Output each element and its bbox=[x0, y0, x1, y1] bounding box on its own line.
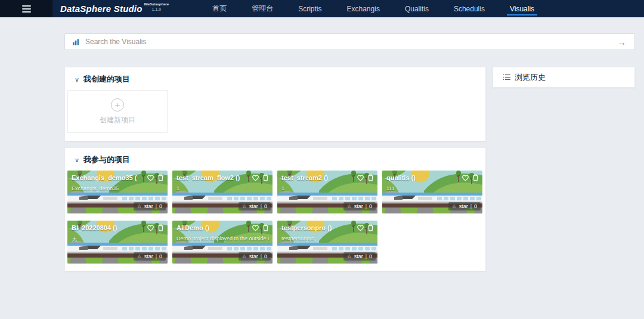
star-count: 0 bbox=[369, 253, 372, 259]
favorite-heart-icon[interactable] bbox=[462, 174, 469, 181]
search-input[interactable] bbox=[79, 38, 617, 46]
project-subtitle: Demo project displayed to the outside us… bbox=[177, 236, 270, 241]
nav-item-label: Exchangis bbox=[347, 5, 380, 13]
project-card[interactable]: test_stream2 () 1 ☆ star | 0 bbox=[277, 171, 377, 213]
nav-item-label: Scriptis bbox=[298, 5, 321, 13]
project-card[interactable]: BI_20220804 () 无 ☆ star | 0 bbox=[67, 221, 168, 264]
app-logo[interactable]: DataSphere Studio WeDatasphere 1.1.0 bbox=[60, 0, 169, 17]
hamburger-menu-icon[interactable] bbox=[0, 0, 52, 17]
created-projects-title: 我创建的项目 bbox=[83, 74, 130, 85]
history-title: 浏览历史 bbox=[515, 72, 546, 83]
favorite-heart-icon[interactable] bbox=[252, 224, 259, 231]
project-card[interactable]: qualitis () 111 ☆ star | 0 bbox=[382, 171, 482, 213]
delete-trash-icon[interactable] bbox=[262, 224, 269, 231]
delete-trash-icon[interactable] bbox=[367, 224, 374, 231]
nav-item-qualitis[interactable]: Qualitis bbox=[392, 0, 441, 17]
nav-item-exchangis[interactable]: Exchangis bbox=[335, 0, 392, 17]
star-separator: | bbox=[366, 253, 367, 259]
nav-item-label: 管理台 bbox=[252, 4, 273, 14]
delete-trash-icon[interactable] bbox=[157, 174, 164, 181]
list-icon bbox=[503, 74, 510, 80]
project-title: test_stream_flow2 () bbox=[177, 174, 240, 181]
joined-projects-panel: ∨ 我参与的项目 bbox=[64, 147, 486, 271]
delete-trash-icon[interactable] bbox=[157, 224, 164, 231]
star-separator: | bbox=[261, 203, 262, 209]
star-separator: | bbox=[470, 203, 472, 209]
star-icon[interactable]: ☆ bbox=[242, 254, 247, 259]
star-separator: | bbox=[156, 253, 157, 259]
project-card[interactable]: Exchangis_demo35 () Exchangis_demo35 ☆ s… bbox=[67, 171, 168, 213]
nav-item-首页[interactable]: 首页 bbox=[200, 0, 239, 17]
star-separator: | bbox=[156, 203, 157, 209]
star-badge: ☆ star | 0 bbox=[239, 252, 271, 261]
project-title: test_stream2 () bbox=[281, 174, 328, 181]
star-label: star bbox=[459, 203, 468, 209]
joined-projects-header: ∨ 我参与的项目 bbox=[65, 148, 485, 171]
project-title: BI_20220804 () bbox=[72, 224, 117, 231]
star-separator: | bbox=[366, 203, 367, 209]
nav-item-visualis[interactable]: Visualis bbox=[497, 0, 547, 17]
project-title: AllDemo () bbox=[177, 224, 209, 231]
star-label: star bbox=[354, 253, 363, 259]
nav-item-label: Schedulis bbox=[454, 5, 485, 13]
project-subtitle: 1 bbox=[281, 185, 284, 191]
search-bar: → bbox=[64, 33, 635, 50]
bar-chart-icon bbox=[72, 39, 79, 45]
delete-trash-icon[interactable] bbox=[472, 174, 479, 181]
logo-version: 1.1.0 bbox=[152, 7, 162, 12]
project-card[interactable]: test_stream_flow2 () 1 ☆ star | 0 bbox=[172, 171, 273, 213]
plus-icon: + bbox=[111, 98, 124, 112]
favorite-heart-icon[interactable] bbox=[357, 174, 364, 181]
chevron-down-icon[interactable]: ∨ bbox=[75, 76, 79, 82]
create-project-label: 创建新项目 bbox=[100, 115, 135, 125]
logo-title: DataSphere Studio bbox=[60, 0, 143, 17]
top-navbar: DataSphere Studio WeDatasphere 1.1.0 首页 … bbox=[0, 0, 644, 17]
created-projects-header: ∨ 我创建的项目 bbox=[65, 67, 485, 90]
star-icon[interactable]: ☆ bbox=[137, 254, 142, 259]
search-submit-arrow-icon[interactable]: → bbox=[617, 38, 626, 47]
project-subtitle: 无 bbox=[72, 236, 77, 243]
project-card[interactable]: testpersonpro () testpersonpro ☆ star | … bbox=[277, 221, 377, 264]
star-badge: ☆ star | 0 bbox=[343, 202, 376, 210]
chevron-down-icon[interactable]: ∨ bbox=[75, 157, 79, 163]
star-badge: ☆ star | 0 bbox=[134, 202, 166, 210]
star-badge: ☆ star | 0 bbox=[134, 252, 166, 261]
star-label: star bbox=[354, 203, 363, 209]
star-count: 0 bbox=[264, 203, 267, 209]
project-subtitle: 111 bbox=[386, 185, 395, 191]
star-badge: ☆ star | 0 bbox=[448, 202, 481, 210]
star-icon[interactable]: ☆ bbox=[347, 204, 352, 209]
project-subtitle: Exchangis_demo35 bbox=[72, 185, 119, 191]
star-icon[interactable]: ☆ bbox=[452, 204, 457, 209]
favorite-heart-icon[interactable] bbox=[252, 174, 259, 181]
star-icon[interactable]: ☆ bbox=[242, 204, 247, 209]
nav-item-scriptis[interactable]: Scriptis bbox=[286, 0, 334, 17]
nav-item-label: 首页 bbox=[212, 4, 227, 14]
history-panel: 浏览历史 bbox=[493, 67, 635, 88]
joined-projects-title: 我参与的项目 bbox=[83, 154, 130, 165]
delete-trash-icon[interactable] bbox=[367, 174, 374, 181]
project-title: Exchangis_demo35 () bbox=[72, 174, 137, 181]
create-project-card[interactable]: + 创建新项目 bbox=[67, 90, 168, 133]
nav-item-schedulis[interactable]: Schedulis bbox=[441, 0, 497, 17]
star-label: star bbox=[144, 253, 153, 259]
created-projects-panel: ∨ 我创建的项目 + 创建新项目 bbox=[64, 67, 486, 141]
favorite-heart-icon[interactable] bbox=[147, 224, 154, 231]
nav-item-管理台[interactable]: 管理台 bbox=[239, 0, 286, 17]
star-label: star bbox=[249, 253, 258, 259]
project-card[interactable]: AllDemo () Demo project displayed to the… bbox=[172, 221, 273, 264]
nav-item-label: Qualitis bbox=[405, 5, 429, 13]
project-title: testpersonpro () bbox=[281, 224, 332, 231]
star-label: star bbox=[249, 203, 258, 209]
star-icon[interactable]: ☆ bbox=[137, 204, 142, 209]
star-separator: | bbox=[261, 253, 262, 259]
star-count: 0 bbox=[474, 203, 477, 209]
favorite-heart-icon[interactable] bbox=[357, 224, 364, 231]
favorite-heart-icon[interactable] bbox=[147, 174, 154, 181]
star-count: 0 bbox=[264, 253, 267, 259]
star-icon[interactable]: ☆ bbox=[347, 254, 352, 259]
nav-menu: 首页 管理台 Scriptis Exchangis Qualitis Sched… bbox=[200, 0, 547, 17]
star-badge: ☆ star | 0 bbox=[343, 252, 376, 261]
star-badge: ☆ star | 0 bbox=[239, 202, 271, 210]
delete-trash-icon[interactable] bbox=[262, 174, 269, 181]
